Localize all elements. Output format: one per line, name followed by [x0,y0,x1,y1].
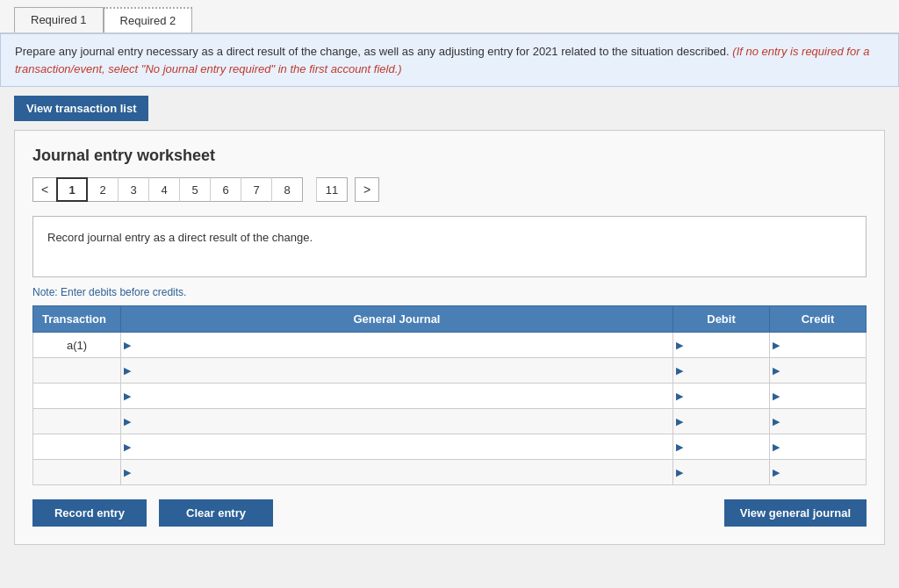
instructions-box: Prepare any journal entry necessary as a… [0,33,899,87]
transaction-cell [33,460,121,485]
row-arrow-icon: ▶ [121,365,133,376]
general-journal-cell[interactable]: ▶ [121,384,673,409]
row-arrow-icon: ▶ [121,340,133,351]
table-row: ▶ ▶ ▶ [33,384,867,409]
row-arrow-icon: ▶ [121,467,133,478]
journal-table: Transaction General Journal Debit Credit… [32,305,867,485]
credit-input[interactable] [782,384,866,408]
worksheet-title: Journal entry worksheet [32,147,867,165]
debit-cell[interactable]: ▶ [673,460,770,485]
credit-arrow-icon: ▶ [770,416,782,427]
row-arrow-icon: ▶ [121,441,133,453]
page-8-button[interactable]: 8 [271,177,303,202]
table-row: ▶ ▶ ▶ [33,358,867,384]
credit-cell[interactable]: ▶ [770,358,867,384]
debit-cell[interactable]: ▶ [673,358,770,384]
general-journal-input[interactable] [133,434,672,459]
credit-cell[interactable]: ▶ [770,434,867,460]
general-journal-cell[interactable]: ▶ [121,333,673,358]
tabs-bar: Required 1 Required 2 [0,0,899,33]
credit-cell[interactable]: ▶ [770,333,867,358]
general-journal-input[interactable] [133,358,672,383]
debit-arrow-icon: ▶ [673,416,686,427]
entry-description-box: Record journal entry as a direct result … [32,216,867,277]
page-5-button[interactable]: 5 [179,177,211,202]
page-gap [303,177,317,202]
credit-cell[interactable]: ▶ [770,409,867,434]
col-transaction-header: Transaction [33,306,121,333]
table-row: a(1) ▶ ▶ ▶ [33,333,867,358]
transaction-cell [33,434,121,460]
general-journal-input[interactable] [133,384,672,408]
general-journal-cell[interactable]: ▶ [121,460,673,485]
general-journal-input[interactable] [133,409,672,434]
col-credit-header: Credit [770,306,867,333]
debit-input[interactable] [686,434,769,459]
clear-entry-button[interactable]: Clear entry [159,499,273,527]
record-entry-button[interactable]: Record entry [32,499,147,527]
credit-arrow-icon: ▶ [770,340,782,351]
debit-input[interactable] [686,409,769,434]
debit-arrow-icon: ▶ [673,340,686,351]
transaction-cell [33,384,121,409]
instructions-main-text: Prepare any journal entry necessary as a… [15,45,730,58]
col-general-journal-header: General Journal [121,306,673,333]
toolbar: View transaction list [0,87,899,130]
general-journal-cell[interactable]: ▶ [121,358,673,384]
credit-input[interactable] [782,434,866,459]
credit-arrow-icon: ▶ [770,467,782,478]
debit-input[interactable] [686,333,769,357]
debit-arrow-icon: ▶ [673,467,686,478]
credit-input[interactable] [782,333,866,357]
note-text: Note: Enter debits before credits. [32,286,867,298]
debit-input[interactable] [686,358,769,383]
next-page-button[interactable]: > [355,177,379,202]
table-row: ▶ ▶ ▶ [33,409,867,434]
general-journal-cell[interactable]: ▶ [121,434,673,460]
table-row: ▶ ▶ ▶ [33,434,867,460]
bottom-buttons: Record entry Clear entry View general jo… [32,499,867,527]
view-transaction-button[interactable]: View transaction list [14,96,148,121]
credit-arrow-icon: ▶ [770,365,782,376]
page-1-button[interactable]: 1 [56,177,88,202]
page-6-button[interactable]: 6 [210,177,241,202]
debit-arrow-icon: ▶ [673,391,686,402]
page-2-button[interactable]: 2 [87,177,119,202]
transaction-cell: a(1) [33,333,121,358]
debit-arrow-icon: ▶ [673,441,686,453]
debit-input[interactable] [686,384,769,408]
table-row: ▶ ▶ ▶ [33,460,867,485]
credit-input[interactable] [782,460,866,484]
debit-cell[interactable]: ▶ [673,333,770,358]
debit-input[interactable] [686,460,769,484]
general-journal-cell[interactable]: ▶ [121,409,673,434]
col-debit-header: Debit [673,306,770,333]
page-3-button[interactable]: 3 [118,177,149,202]
entry-description-text: Record journal entry as a direct result … [47,231,313,244]
worksheet-container: Journal entry worksheet < 1 2 3 4 5 6 7 … [14,130,885,545]
credit-input[interactable] [782,409,866,434]
credit-arrow-icon: ▶ [770,391,782,402]
general-journal-input[interactable] [133,333,672,357]
view-general-journal-button[interactable]: View general journal [724,499,867,527]
credit-cell[interactable]: ▶ [770,460,867,485]
credit-arrow-icon: ▶ [770,441,782,453]
debit-cell[interactable]: ▶ [673,409,770,434]
debit-cell[interactable]: ▶ [673,434,770,460]
tab-required2[interactable]: Required 2 [104,7,193,32]
transaction-cell [33,409,121,434]
prev-page-button[interactable]: < [32,177,57,202]
debit-arrow-icon: ▶ [673,365,686,376]
row-arrow-icon: ▶ [121,391,133,402]
page-11-button[interactable]: 11 [316,177,348,202]
transaction-cell [33,358,121,384]
credit-cell[interactable]: ▶ [770,384,867,409]
row-arrow-icon: ▶ [121,416,133,427]
page-7-button[interactable]: 7 [241,177,272,202]
tab-required1[interactable]: Required 1 [14,7,104,32]
pagination: < 1 2 3 4 5 6 7 8 11 > [32,177,867,202]
page-4-button[interactable]: 4 [148,177,180,202]
debit-cell[interactable]: ▶ [673,384,770,409]
general-journal-input[interactable] [133,460,672,484]
credit-input[interactable] [782,358,866,383]
